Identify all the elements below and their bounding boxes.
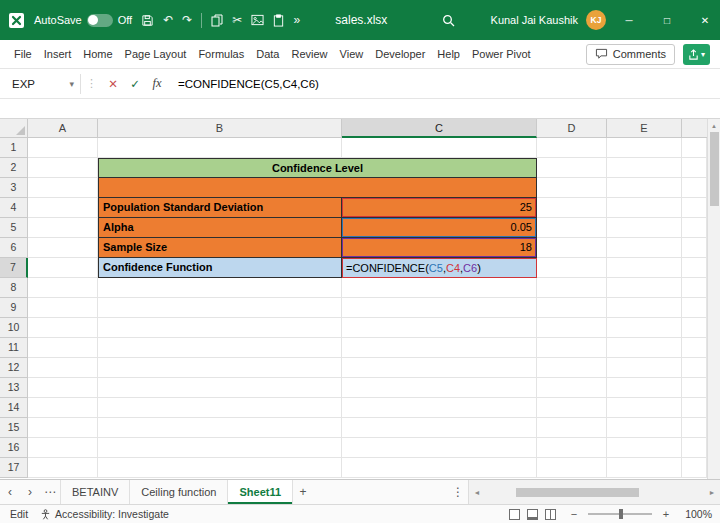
cell-B17[interactable] [98,458,342,478]
cell-E10[interactable] [607,318,682,338]
cell-C1[interactable] [342,138,537,158]
row-header-17[interactable]: 17 [0,458,28,478]
minimize-button[interactable]: ─ [614,0,644,40]
autosave-toggle[interactable]: AutoSave Off [34,14,132,27]
row-header-5[interactable]: 5 [0,218,28,238]
cell-D10[interactable] [537,318,607,338]
cell-A4[interactable] [28,198,98,218]
menu-item-formulas[interactable]: Formulas [192,40,250,68]
zoom-in-icon[interactable]: + [660,508,672,520]
row-header-1[interactable]: 1 [0,138,28,158]
cell-A5[interactable] [28,218,98,238]
cell-D8[interactable] [537,278,607,298]
cell-E2[interactable] [607,158,682,178]
cell-B9[interactable] [98,298,342,318]
cell-B12[interactable] [98,358,342,378]
comments-button[interactable]: Comments [586,44,675,65]
cell-A10[interactable] [28,318,98,338]
cell-D5[interactable] [537,218,607,238]
row-header-11[interactable]: 11 [0,338,28,358]
formula-input[interactable]: =CONFIDENCE(C5,C4,C6) [168,78,720,90]
cell-B10[interactable] [98,318,342,338]
cut-icon[interactable]: ✂ [232,13,242,27]
cell-A12[interactable] [28,358,98,378]
cell-A11[interactable] [28,338,98,358]
sheet-nav-next-icon[interactable]: › [20,480,40,504]
cell-D3[interactable] [537,178,607,198]
excel-app-icon[interactable] [8,12,25,29]
cell-C12[interactable] [342,358,537,378]
cell-A7[interactable] [28,258,98,278]
zoom-slider[interactable] [588,513,652,515]
sheet-tab-sheet11[interactable]: Sheet11 [228,480,293,504]
cell-C7-active[interactable]: =CONFIDENCE(C5,C4,C6) [342,258,537,278]
row-header-9[interactable]: 9 [0,298,28,318]
select-all-corner[interactable] [0,119,28,138]
cell-E4[interactable] [607,198,682,218]
cell-D17[interactable] [537,458,607,478]
cell-D11[interactable] [537,338,607,358]
cell-B1[interactable] [98,138,342,158]
menu-item-help[interactable]: Help [431,40,466,68]
cell-E13[interactable] [607,378,682,398]
row-header-13[interactable]: 13 [0,378,28,398]
enter-icon[interactable]: ✓ [124,77,146,91]
cell-B15[interactable] [98,418,342,438]
cell-B3-merged[interactable] [98,178,537,198]
scroll-right-icon[interactable]: ► [706,489,718,496]
sheet-nav-prev-icon[interactable]: ‹ [0,480,20,504]
name-box[interactable]: EXP ▾ [0,69,80,98]
cell-A9[interactable] [28,298,98,318]
close-button[interactable]: ✕ [690,0,720,40]
cell-A3[interactable] [28,178,98,198]
horizontal-scroll-thumb[interactable] [516,488,639,497]
row-header-7[interactable]: 7 [0,258,28,278]
cell-B11[interactable] [98,338,342,358]
row-header-6[interactable]: 6 [0,238,28,258]
cell-B14[interactable] [98,398,342,418]
menu-item-home[interactable]: Home [77,40,118,68]
cell-C4[interactable]: 25 [342,198,537,218]
scroll-up-icon[interactable]: ▲ [711,119,717,132]
cell-D4[interactable] [537,198,607,218]
menu-item-insert[interactable]: Insert [38,40,78,68]
cell-D7[interactable] [537,258,607,278]
sheet-list-icon[interactable]: ⋯ [40,480,60,504]
cell-E3[interactable] [607,178,682,198]
cell-C6[interactable]: 18 [342,238,537,258]
menu-item-view[interactable]: View [334,40,370,68]
cell-D2[interactable] [537,158,607,178]
autosave-switch[interactable] [87,14,113,27]
cell-D12[interactable] [537,358,607,378]
cell-A17[interactable] [28,458,98,478]
cell-C15[interactable] [342,418,537,438]
cell-A13[interactable] [28,378,98,398]
row-header-3[interactable]: 3 [0,178,28,198]
cell-E5[interactable] [607,218,682,238]
row-header-16[interactable]: 16 [0,438,28,458]
page-layout-view-icon[interactable] [527,509,538,520]
cell-B2-merged-title[interactable]: Confidence Level [98,158,537,178]
cell-C17[interactable] [342,458,537,478]
add-sheet-icon[interactable]: + [293,480,313,504]
cell-A8[interactable] [28,278,98,298]
redo-icon[interactable]: ↷ [182,13,192,27]
row-header-12[interactable]: 12 [0,358,28,378]
menu-item-file[interactable]: File [8,40,38,68]
row-header-2[interactable]: 2 [0,158,28,178]
horizontal-scroll-track[interactable] [483,480,706,504]
toolbar-overflow-icon[interactable]: » [293,13,300,27]
zoom-slider-knob[interactable] [619,509,623,519]
cell-A16[interactable] [28,438,98,458]
row-header-15[interactable]: 15 [0,418,28,438]
row-header-4[interactable]: 4 [0,198,28,218]
cell-D15[interactable] [537,418,607,438]
cell-D13[interactable] [537,378,607,398]
menu-item-developer[interactable]: Developer [369,40,431,68]
cell-C16[interactable] [342,438,537,458]
cell-C10[interactable] [342,318,537,338]
cell-B6[interactable]: Sample Size [98,238,342,258]
cell-A1[interactable] [28,138,98,158]
cell-E1[interactable] [607,138,682,158]
accessibility-checker[interactable]: Accessibility: Investigate [40,508,169,520]
